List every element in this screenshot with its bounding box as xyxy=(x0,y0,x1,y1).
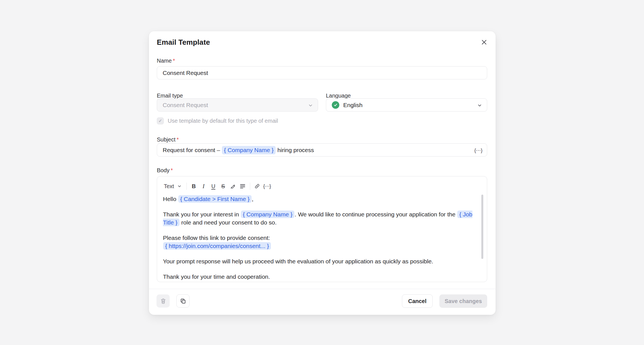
toolbar-divider xyxy=(250,183,250,190)
close-icon xyxy=(481,39,487,45)
required-asterisk: * xyxy=(173,58,175,64)
italic-button[interactable]: I xyxy=(199,181,209,191)
checkbox-check-icon: ✓ xyxy=(158,118,162,124)
text-run: , xyxy=(252,196,254,202)
chevron-down-icon xyxy=(177,184,182,189)
delete-template-button[interactable] xyxy=(157,294,170,308)
bold-button[interactable]: B xyxy=(189,181,199,191)
insert-variable-button[interactable]: {⋯} xyxy=(262,181,272,191)
variable-chip[interactable]: { Company Name } xyxy=(222,146,275,154)
email-type-select[interactable]: Consent Request xyxy=(157,98,318,112)
duplicate-template-button[interactable] xyxy=(176,294,190,308)
highlighter-icon xyxy=(230,183,236,189)
default-template-checkbox-label: Use template by default for this type of… xyxy=(168,118,278,124)
chevron-down-icon xyxy=(477,103,482,110)
language-label: Language xyxy=(326,93,351,99)
body-label: Body* xyxy=(157,167,173,174)
align-left-icon xyxy=(240,183,246,189)
name-input-value: Consent Request xyxy=(163,70,208,76)
cancel-button[interactable]: Cancel xyxy=(402,294,433,308)
dialog-footer: Cancel Save changes xyxy=(149,289,496,315)
copy-icon xyxy=(180,298,186,304)
link-icon xyxy=(254,183,260,189)
email-type-value: Consent Request xyxy=(163,102,208,108)
dialog-title: Email Template xyxy=(157,38,210,47)
trash-icon xyxy=(160,298,167,304)
insert-variable-icon[interactable]: {⋯} xyxy=(473,146,483,154)
body-paragraph: Hello { Candidate > First Name }, xyxy=(163,195,475,203)
email-type-label: Email type xyxy=(157,93,183,99)
variable-chip[interactable]: { https://join.com/companies/consent... … xyxy=(163,242,271,250)
editor-toolbar: Text B I U S xyxy=(161,181,481,191)
body-paragraph: Thank you for your interest in { Company… xyxy=(163,210,475,226)
body-editor[interactable]: Text B I U S xyxy=(157,176,487,282)
language-select[interactable]: English xyxy=(326,98,487,112)
text-run: Your prompt response will help us procee… xyxy=(163,258,433,264)
link-button[interactable] xyxy=(252,181,262,191)
highlight-button[interactable] xyxy=(228,181,238,191)
variable-chip[interactable]: { Candidate > First Name } xyxy=(178,195,252,203)
text-run: Please follow this link to provide conse… xyxy=(163,235,270,241)
body-paragraph: Please follow this link to provide conse… xyxy=(163,234,475,250)
text-run: . We would like to continue processing y… xyxy=(295,211,457,218)
text-run: Thank you for your time and cooperation. xyxy=(163,273,270,280)
save-changes-button[interactable]: Save changes xyxy=(439,294,487,308)
required-asterisk: * xyxy=(177,136,179,143)
body-editor-content[interactable]: Hello { Candidate > First Name },Thank y… xyxy=(163,195,475,282)
text-run: role and need your consent to do so. xyxy=(180,219,277,226)
text-run: Thank you for your interest in xyxy=(163,211,241,218)
text-run: Request for consent – xyxy=(163,147,222,153)
chevron-down-icon xyxy=(308,103,313,110)
align-button[interactable] xyxy=(238,181,248,191)
text-run: hiring process xyxy=(276,147,314,153)
required-asterisk: * xyxy=(171,167,173,173)
language-value: English xyxy=(343,102,363,108)
variable-chip[interactable]: { Company Name } xyxy=(241,211,294,218)
text-run: Hello xyxy=(163,196,178,202)
strikethrough-button[interactable]: S xyxy=(218,181,228,191)
default-template-checkbox-row: ✓ Use template by default for this type … xyxy=(157,117,278,124)
name-input[interactable]: Consent Request xyxy=(157,66,487,79)
subject-value: Request for consent – { Company Name } h… xyxy=(163,146,314,154)
language-check-badge-icon xyxy=(332,101,339,109)
body-paragraph: Your prompt response will help us procee… xyxy=(163,257,475,265)
subject-label: Subject* xyxy=(157,136,179,143)
body-scrollbar[interactable] xyxy=(481,195,483,259)
underline-button[interactable]: U xyxy=(209,181,218,191)
email-template-dialog: Email Template Name* Consent Request Ema… xyxy=(149,31,496,315)
default-template-checkbox[interactable]: ✓ xyxy=(157,117,164,124)
text-style-dropdown[interactable]: Text xyxy=(161,183,184,190)
name-label: Name* xyxy=(157,58,175,64)
close-button[interactable] xyxy=(479,37,489,47)
page-background: { "modal": { "title": "Email Template" }… xyxy=(0,0,644,345)
toolbar-divider xyxy=(186,183,187,190)
subject-input[interactable]: Request for consent – { Company Name } h… xyxy=(157,143,487,157)
body-paragraph: Thank you for your time and cooperation. xyxy=(163,273,475,281)
